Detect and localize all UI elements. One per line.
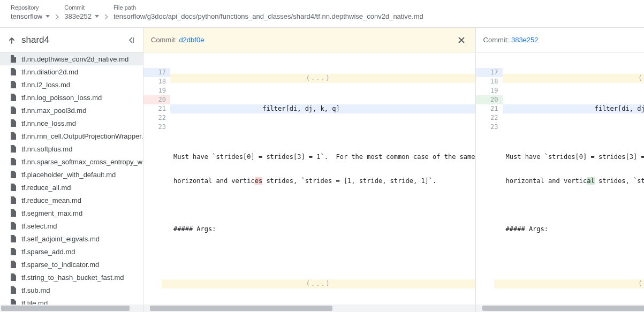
file-icon bbox=[10, 222, 17, 230]
line-gutter: 17 18 19 20 21 22 23 bbox=[143, 52, 170, 132]
file-item[interactable]: tf.self_adjoint_eigvals.md bbox=[0, 232, 143, 245]
path-label: File path bbox=[113, 4, 423, 11]
commit-label: Commit bbox=[64, 4, 99, 11]
file-item[interactable]: tf.string_to_hash_bucket_fast.md bbox=[0, 271, 143, 284]
dropdown-icon[interactable] bbox=[46, 15, 50, 18]
file-label: tf.self_adjoint_eigvals.md bbox=[21, 235, 100, 243]
diff-removed: es bbox=[255, 177, 262, 185]
file-label: tf.placeholder_with_default.md bbox=[21, 171, 116, 179]
diff-panes: Commit: d2dbf0e 17 18 19 20 21 22 23 bbox=[143, 28, 644, 312]
file-item[interactable]: tf.reduce_mean.md bbox=[0, 194, 143, 207]
file-label: tf.string_to_hash_bucket_fast.md bbox=[21, 273, 124, 281]
file-icon bbox=[10, 260, 17, 269]
code-line bbox=[494, 128, 644, 138]
file-label: tf.nn.nce_loss.md bbox=[21, 119, 76, 127]
up-arrow-icon[interactable] bbox=[7, 36, 16, 44]
commit-link[interactable]: 383e252 bbox=[511, 36, 539, 44]
code-line: horizontal and vertical strides, `stride… bbox=[494, 177, 644, 186]
file-item[interactable]: tf.segment_max.md bbox=[0, 207, 143, 219]
file-list[interactable]: tf.nn.depthwise_conv2d_native.md tf.nn.d… bbox=[0, 52, 143, 305]
code-line bbox=[162, 201, 475, 210]
commit-value: 383e252 bbox=[64, 12, 92, 20]
code-line: Must have `strides[0] = strides[3] = 1`.… bbox=[162, 153, 475, 162]
file-label: tf.select.md bbox=[21, 222, 57, 230]
code-line bbox=[162, 249, 475, 258]
file-item[interactable]: tf.sub.md bbox=[0, 284, 143, 296]
code-line: filter[di, dj, k, q] bbox=[162, 104, 475, 113]
file-icon bbox=[10, 93, 17, 102]
file-item[interactable]: tf.placeholder_with_default.md bbox=[0, 168, 143, 181]
file-icon bbox=[10, 55, 17, 63]
file-item[interactable]: tf.select.md bbox=[0, 219, 143, 232]
code-line bbox=[494, 201, 644, 210]
sidebar-hscroll[interactable] bbox=[0, 305, 143, 312]
right-pane-header: Commit: 383e252 HISTORY bbox=[476, 28, 644, 52]
file-icon bbox=[10, 299, 17, 305]
left-code[interactable]: 17 18 19 20 21 22 23 (...) filter[di, dj… bbox=[143, 52, 475, 305]
fold-indicator[interactable]: (...) bbox=[494, 74, 644, 83]
file-label: tf.nn.sparse_softmax_cross_entropy_with_… bbox=[21, 158, 143, 166]
left-hscroll[interactable] bbox=[143, 305, 475, 312]
file-icon bbox=[10, 273, 17, 281]
file-item[interactable]: tf.nn.dilation2d.md bbox=[0, 65, 143, 78]
file-label: tf.tile.md bbox=[21, 299, 48, 305]
path-crumb: File path tensorflow/g3doc/api_docs/pyth… bbox=[113, 4, 423, 20]
dropdown-icon[interactable] bbox=[95, 15, 99, 18]
fold-indicator[interactable]: (...) bbox=[162, 74, 475, 83]
chevron-right-icon bbox=[55, 14, 59, 20]
file-item[interactable]: tf.nn.sparse_softmax_cross_entropy_with_… bbox=[0, 155, 143, 168]
code-lines: (...) filter[di, dj, k, q] Must have `st… bbox=[494, 52, 644, 305]
file-item[interactable]: tf.nn.rnn_cell.OutputProjectionWrapper.m… bbox=[0, 130, 143, 142]
left-pane: Commit: d2dbf0e 17 18 19 20 21 22 23 bbox=[143, 28, 476, 312]
commit-crumb[interactable]: Commit 383e252 bbox=[64, 4, 99, 20]
file-item[interactable]: tf.nn.l2_loss.md bbox=[0, 78, 143, 91]
file-label: tf.nn.softplus.md bbox=[21, 145, 72, 153]
file-item[interactable]: tf.sparse_add.md bbox=[0, 245, 143, 258]
file-icon bbox=[10, 67, 17, 76]
repo-crumb[interactable]: Repository tensorflow bbox=[11, 4, 50, 20]
file-label: tf.nn.rnn_cell.OutputProjectionWrapper.m… bbox=[21, 132, 143, 140]
file-icon bbox=[10, 234, 17, 243]
file-sidebar: shard4 tf.nn.depthwise_conv2d_native.md … bbox=[0, 28, 143, 312]
right-hscroll[interactable] bbox=[476, 305, 644, 312]
file-item[interactable]: tf.nn.max_pool3d.md bbox=[0, 104, 143, 117]
code-line bbox=[494, 249, 644, 258]
file-icon bbox=[10, 209, 17, 217]
file-icon bbox=[10, 170, 17, 179]
commit-link[interactable]: d2dbf0e bbox=[179, 36, 204, 44]
commit-label: Commit: bbox=[483, 36, 509, 44]
file-label: tf.nn.max_pool3d.md bbox=[21, 106, 86, 115]
file-label: tf.segment_max.md bbox=[21, 209, 82, 217]
code-line: horizontal and vertices strides, `stride… bbox=[162, 177, 475, 186]
file-item[interactable]: tf.tile.md bbox=[0, 296, 143, 305]
file-item[interactable]: tf.reduce_all.md bbox=[0, 181, 143, 194]
code-line: filter[di, dj, k, q] bbox=[494, 104, 644, 113]
right-code[interactable]: 17 18 19 20 21 22 23 (...) filter[di, dj… bbox=[476, 52, 644, 305]
sidebar-title: shard4 bbox=[21, 35, 127, 45]
repo-value: tensorflow bbox=[11, 12, 42, 20]
file-icon bbox=[10, 119, 17, 127]
file-icon bbox=[10, 144, 17, 153]
file-item[interactable]: tf.nn.nce_loss.md bbox=[0, 117, 143, 130]
file-item[interactable]: tf.nn.log_poisson_loss.md bbox=[0, 91, 143, 104]
file-item[interactable]: tf.nn.depthwise_conv2d_native.md bbox=[0, 52, 143, 65]
file-label: tf.nn.l2_loss.md bbox=[21, 81, 70, 89]
right-pane: Commit: 383e252 HISTORY 17 18 19 20 21 2… bbox=[476, 28, 644, 312]
file-label: tf.nn.dilation2d.md bbox=[21, 68, 78, 76]
file-item[interactable]: tf.sparse_to_indicator.md bbox=[0, 258, 143, 271]
fold-indicator[interactable]: (...) bbox=[494, 279, 644, 288]
fold-indicator[interactable]: (...) bbox=[162, 279, 475, 288]
file-icon bbox=[10, 247, 17, 256]
file-icon bbox=[10, 157, 17, 166]
code-line: Must have `strides[0] = strides[3] = 1`.… bbox=[494, 153, 644, 162]
repo-label: Repository bbox=[11, 4, 50, 11]
line-gutter: 17 18 19 20 21 22 23 bbox=[476, 52, 503, 132]
file-label: tf.nn.log_poisson_loss.md bbox=[21, 94, 102, 102]
file-icon bbox=[10, 80, 17, 89]
file-label: tf.sub.md bbox=[21, 286, 50, 294]
collapse-icon[interactable] bbox=[127, 36, 135, 44]
close-icon[interactable] bbox=[455, 34, 468, 47]
code-line: ##### Args: bbox=[162, 225, 475, 234]
file-icon bbox=[10, 196, 17, 204]
file-item[interactable]: tf.nn.softplus.md bbox=[0, 142, 143, 155]
